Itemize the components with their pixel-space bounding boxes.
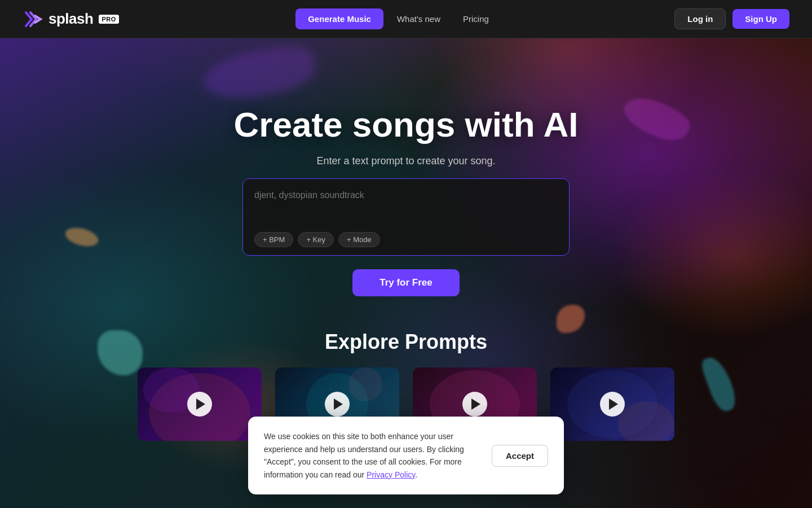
play-button-3[interactable] bbox=[462, 392, 487, 417]
prompt-box: + BPM + Key + Mode bbox=[242, 178, 570, 256]
logo-pro-badge: PRO bbox=[99, 15, 118, 24]
hero-title: Create songs with AI bbox=[234, 106, 579, 144]
play-button-4[interactable] bbox=[600, 392, 625, 417]
hero-content: Create songs with AI Enter a text prompt… bbox=[209, 106, 603, 296]
play-icon-2 bbox=[334, 398, 343, 410]
navbar: splash PRO Generate Music What's new Pri… bbox=[0, 0, 812, 38]
login-button[interactable]: Log in bbox=[674, 8, 726, 29]
prompt-input[interactable] bbox=[254, 190, 558, 224]
splash-decor-5 bbox=[63, 225, 100, 250]
card-overlay-1 bbox=[138, 367, 262, 441]
navbar-right: Log in Sign Up bbox=[674, 8, 789, 29]
play-button-1[interactable] bbox=[187, 392, 212, 417]
splash-logo-icon bbox=[23, 10, 44, 28]
play-icon-4 bbox=[609, 398, 618, 410]
splash-decor-6 bbox=[200, 41, 319, 106]
mode-chip[interactable]: + Mode bbox=[338, 232, 380, 247]
explore-card-4[interactable] bbox=[550, 367, 674, 441]
accept-cookies-button[interactable]: Accept bbox=[492, 445, 548, 467]
explore-card-1[interactable] bbox=[138, 367, 262, 441]
generate-music-button[interactable]: Generate Music bbox=[295, 8, 383, 29]
cookie-banner: We use cookies on this site to both enha… bbox=[248, 417, 564, 494]
cookie-message-text: We use cookies on this site to both enha… bbox=[264, 432, 464, 479]
prompt-chips: + BPM + Key + Mode bbox=[254, 232, 558, 247]
navbar-center: Generate Music What's new Pricing bbox=[295, 8, 498, 29]
cookie-period: . bbox=[415, 470, 417, 479]
play-icon-1 bbox=[196, 398, 205, 410]
logo-area: splash PRO bbox=[23, 10, 119, 28]
bpm-chip[interactable]: + BPM bbox=[254, 232, 293, 247]
cookie-message: We use cookies on this site to both enha… bbox=[264, 430, 480, 481]
card-overlay-4 bbox=[550, 367, 674, 441]
play-icon-3 bbox=[471, 398, 480, 410]
splash-decor-3 bbox=[619, 87, 694, 150]
logo-text: splash bbox=[48, 10, 93, 28]
pricing-link[interactable]: Pricing bbox=[454, 10, 498, 28]
play-button-2[interactable] bbox=[325, 392, 350, 417]
privacy-policy-link[interactable]: Privacy Policy bbox=[367, 470, 415, 479]
explore-title: Explore Prompts bbox=[0, 330, 812, 354]
hero-subtitle: Enter a text prompt to create your song. bbox=[316, 155, 495, 167]
whats-new-link[interactable]: What's new bbox=[388, 10, 449, 28]
key-chip[interactable]: + Key bbox=[298, 232, 334, 247]
signup-button[interactable]: Sign Up bbox=[732, 9, 789, 29]
try-for-free-button[interactable]: Try for Free bbox=[352, 269, 460, 296]
